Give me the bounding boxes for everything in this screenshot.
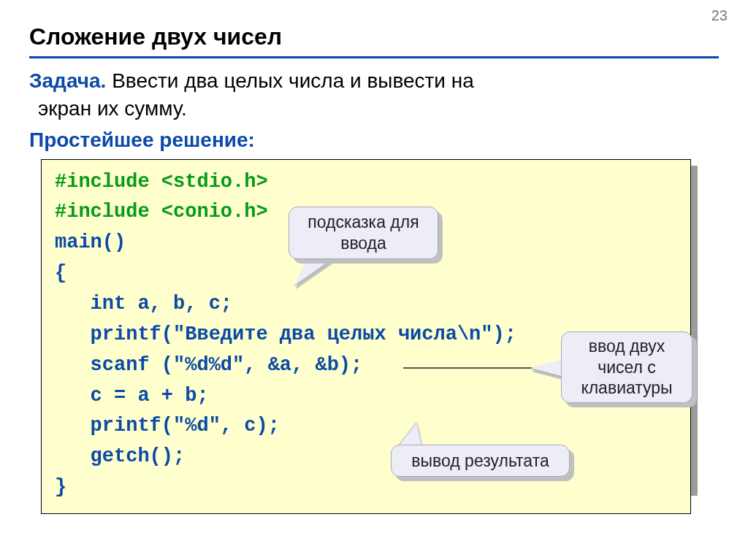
task-label: Задача.: [29, 69, 106, 92]
connector-line: [403, 367, 536, 369]
code-line5: printf("%d", c);: [55, 415, 280, 437]
solution-label: Простейшее решение:: [29, 129, 719, 152]
title-divider: [29, 56, 719, 58]
task-text-2: экран их сумму.: [29, 97, 187, 120]
callout-output-result: вывод результата: [391, 445, 570, 477]
code-line4: c = a + b;: [55, 385, 209, 407]
callout-hint-input: подсказка для ввода: [289, 207, 438, 259]
callout-input-two-numbers: ввод двух чисел с клавиатуры: [561, 331, 692, 403]
code-brace-open: {: [55, 262, 66, 284]
code-line6: getch();: [55, 445, 185, 467]
code-main: main(): [55, 231, 126, 253]
code-line2: printf("Введите два целых числа\n");: [55, 323, 516, 345]
task-text-1: Ввести два целых числа и вывести на: [106, 69, 473, 92]
code-include1: #include <stdio.h>: [55, 171, 268, 193]
code-include2: #include <conio.h>: [55, 201, 268, 223]
code-line1: int a, b, c;: [55, 293, 232, 315]
callout-tail-2: [530, 359, 564, 377]
task-description: Задача. Ввести два целых числа и вывести…: [29, 67, 719, 123]
slide-title: Сложение двух чисел: [29, 23, 719, 50]
code-brace-close: }: [55, 476, 66, 498]
code-line3: scanf ("%d%d", &a, &b);: [55, 354, 362, 376]
page-number: 23: [711, 7, 728, 24]
